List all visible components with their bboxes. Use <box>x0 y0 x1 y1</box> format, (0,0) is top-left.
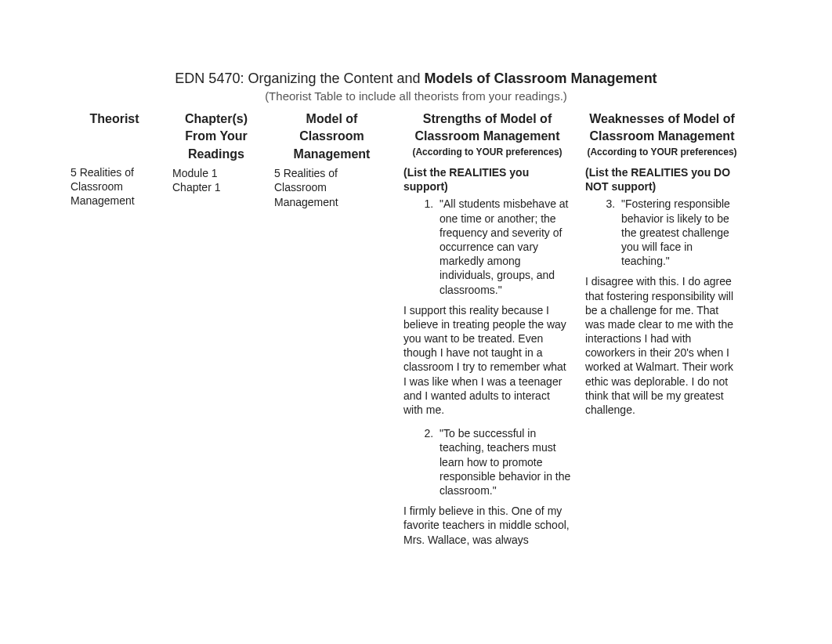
page-subtitle: (Theorist Table to include all theorists… <box>63 89 769 103</box>
weakness-item-3: "Fostering responsible behavior is likel… <box>618 197 739 268</box>
strength-item-1: "All students misbehave at one time or a… <box>436 197 571 296</box>
header-theorist: Theorist <box>71 110 158 165</box>
cell-theorist: 5 Realities of Classroom Management <box>71 165 158 208</box>
header-weaknesses-sub: (According to YOUR preferences) <box>585 146 739 159</box>
strengths-heading: (List the REALITIES you support) <box>403 165 571 194</box>
chapters-line1: Module 1 <box>172 166 260 180</box>
cell-strengths: (List the REALITIES you support) "All st… <box>403 165 571 547</box>
cell-model: 5 Realities of Classroom Management <box>274 166 389 209</box>
strength-para-2: I firmly believe in this. One of my favo… <box>403 504 571 547</box>
weakness-list-3: "Fostering responsible behavior is likel… <box>585 197 739 268</box>
header-model: Model of Classroom Management <box>274 110 389 166</box>
weakness-para-1: I disagree with this. I do agree that fo… <box>585 274 739 417</box>
col-theorist: Theorist 5 Realities of Classroom Manage… <box>63 107 165 556</box>
col-model: Model of Classroom Management 5 Realitie… <box>266 107 396 556</box>
header-weaknesses-main: Weaknesses of Model of Classroom Managem… <box>585 110 739 146</box>
header-weaknesses: Weaknesses of Model of Classroom Managem… <box>585 110 739 165</box>
col-chapters: Chapter(s) From Your Readings Module 1 C… <box>165 107 266 556</box>
chapters-line2: Chapter 1 <box>172 180 260 194</box>
theorist-table: Theorist 5 Realities of Classroom Manage… <box>63 107 769 556</box>
page-title: EDN 5470: Organizing the Content and Mod… <box>63 71 769 87</box>
title-prefix: EDN 5470: Organizing the Content and <box>175 71 424 86</box>
strength-list-1: "All students misbehave at one time or a… <box>403 197 571 296</box>
cell-weaknesses: (List the REALITIES you DO NOT support) … <box>585 165 739 417</box>
document-page: EDN 5470: Organizing the Content and Mod… <box>0 0 832 556</box>
header-strengths-sub: (According to YOUR preferences) <box>403 146 571 159</box>
strength-para-1: I support this reality because I believe… <box>403 303 571 418</box>
cell-chapters: Module 1 Chapter 1 <box>172 166 260 194</box>
strength-list-2: "To be successful in teaching, teachers … <box>403 426 571 497</box>
strength-item-2: "To be successful in teaching, teachers … <box>436 426 571 497</box>
col-strengths: Strengths of Model of Classroom Manageme… <box>396 107 577 556</box>
weaknesses-heading: (List the REALITIES you DO NOT support) <box>585 165 739 194</box>
header-strengths-main: Strengths of Model of Classroom Manageme… <box>403 110 571 146</box>
col-weaknesses: Weaknesses of Model of Classroom Managem… <box>577 107 745 556</box>
header-chapters: Chapter(s) From Your Readings <box>172 110 260 166</box>
title-bold: Models of Classroom Management <box>425 71 657 86</box>
header-strengths: Strengths of Model of Classroom Manageme… <box>403 110 571 165</box>
